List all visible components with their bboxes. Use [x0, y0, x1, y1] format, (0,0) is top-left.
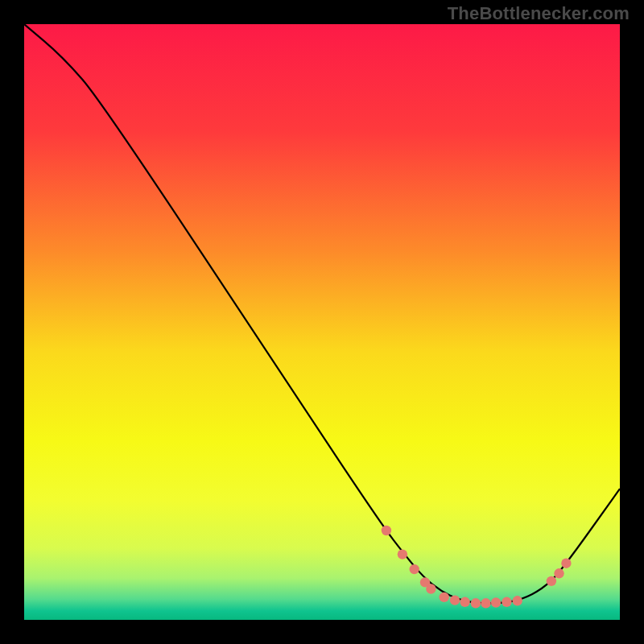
marker-dot [547, 576, 556, 586]
watermark-text: TheBottlenecker.com [448, 3, 630, 24]
marker-dot [450, 595, 460, 605]
chart-svg [24, 24, 620, 620]
marker-dot [440, 592, 449, 602]
marker-dot [382, 526, 391, 535]
marker-dot [460, 597, 469, 607]
marker-dot [513, 596, 522, 605]
chart-stage: TheBottlenecker.com [0, 0, 644, 644]
plot-area [24, 24, 620, 620]
marker-dot [471, 598, 481, 608]
marker-dot [502, 597, 511, 607]
marker-dot [491, 597, 501, 607]
marker-dot [426, 584, 436, 593]
marker-dot [410, 564, 419, 574]
marker-dot [554, 568, 564, 578]
gradient-background [24, 24, 620, 620]
marker-dot [481, 598, 490, 608]
marker-dot [398, 549, 407, 559]
marker-dot [561, 559, 571, 568]
